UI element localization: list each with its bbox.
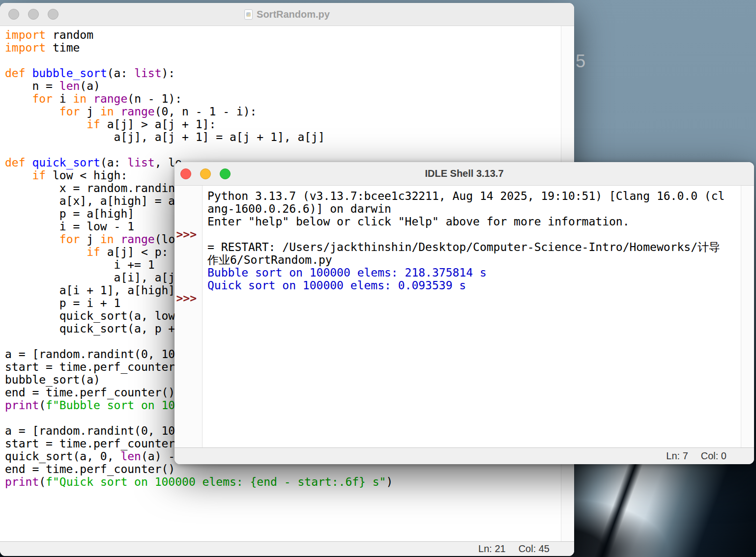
code-line: for i in range(n - 1): [5,92,574,105]
code-line [5,54,574,67]
shell-col-indicator: Col: 0 [701,450,727,462]
shell-title-group: IDLE Shell 3.13.7 [425,168,503,179]
python-file-icon [244,9,253,20]
close-button[interactable] [180,168,191,179]
code-line: n = len(a) [5,80,574,92]
shell-prompt [174,215,203,228]
shell-prompt: >>> [174,228,203,241]
shell-line-text: Bubble sort on 100000 elems: 218.375814 … [203,266,487,279]
shell-text-area[interactable]: Python 3.13.7 (v3.13.7:bcee1c32211, Aug … [174,186,754,447]
shell-prompt [174,266,203,279]
shell-line-text [203,228,207,241]
code-line: if a[j] > a[j + 1]: [5,118,574,131]
shell-prompt [174,190,203,202]
shell-line: >>> [174,292,740,305]
shell-line-text: Quick sort on 100000 elems: 0.093539 s [203,279,466,292]
shell-line: ang-1600.0.26.6)] on darwin [174,202,740,215]
close-button[interactable] [8,9,19,20]
code-line [5,143,574,156]
shell-line: Enter "help" below or click "Help" above… [174,215,740,228]
code-line: a[j], a[j + 1] = a[j + 1], a[j] [5,131,574,143]
shell-scrollbar[interactable] [741,186,754,447]
shell-line-text: = RESTART: /Users/jackthinshin/Desktop/C… [203,241,720,253]
shell-line-text [203,292,207,305]
shell-line-text: ang-1600.0.26.6)] on darwin [203,202,391,215]
code-line: import random [5,28,574,41]
shell-line-text: Python 3.13.7 (v3.13.7:bcee1c32211, Aug … [203,190,725,202]
shell-line: Quick sort on 100000 elems: 0.093539 s [174,279,740,292]
shell-line: = RESTART: /Users/jackthinshin/Desktop/C… [174,241,740,253]
shell-line-text: Enter "help" below or click "Help" above… [203,215,630,228]
shell-window: IDLE Shell 3.13.7 Python 3.13.7 (v3.13.7… [174,162,754,464]
minimize-button[interactable] [28,9,39,20]
editor-title-group: SortRandom.py [244,9,330,20]
zoom-button[interactable] [220,168,231,179]
code-line: for j in range(0, n - 1 - i): [5,105,574,118]
shell-prompt [174,279,203,292]
shell-traffic-lights [180,162,231,185]
shell-line: 作业6/SortRandom.py [174,253,740,266]
zoom-button[interactable] [48,9,58,20]
code-line: def bubble_sort(a: list): [5,67,574,80]
editor-titlebar[interactable]: SortRandom.py [0,3,574,26]
editor-col-indicator: Col: 45 [519,543,550,555]
shell-line-indicator: Ln: 7 [666,450,688,462]
editor-statusbar: Ln: 21 Col: 45 [0,541,574,556]
wallpaper-number: 5 [576,51,585,72]
minimize-button[interactable] [200,168,211,179]
shell-titlebar[interactable]: IDLE Shell 3.13.7 [174,162,754,186]
editor-traffic-lights [8,3,58,26]
shell-prompt: >>> [174,292,203,305]
code-line: import time [5,41,574,54]
editor-line-indicator: Ln: 21 [478,543,506,555]
shell-prompt [174,202,203,215]
shell-window-title: IDLE Shell 3.13.7 [425,168,503,179]
editor-window-title: SortRandom.py [257,9,330,20]
desktop: 5 SortRandom.py import randomimport time… [0,0,756,557]
shell-statusbar: Ln: 7 Col: 0 [174,447,754,464]
shell-line: Python 3.13.7 (v3.13.7:bcee1c32211, Aug … [174,190,740,202]
code-line: end = time.perf_counter() [5,463,574,475]
shell-line: >>> [174,228,740,241]
shell-prompt [174,241,203,253]
shell-output: Python 3.13.7 (v3.13.7:bcee1c32211, Aug … [174,190,740,305]
shell-line: Bubble sort on 100000 elems: 218.375814 … [174,266,740,279]
code-line: print(f"Quick sort on 100000 elems: {end… [5,475,574,488]
shell-prompt [174,253,203,266]
shell-line-text: 作业6/SortRandom.py [203,253,332,266]
